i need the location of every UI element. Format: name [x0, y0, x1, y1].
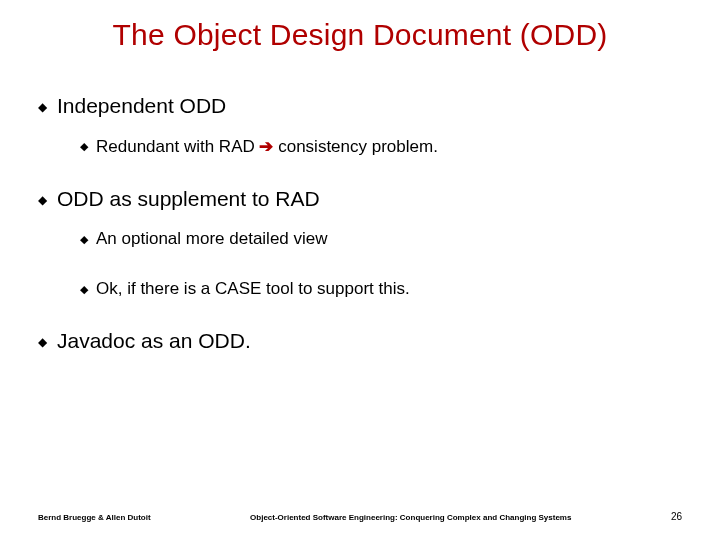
- bullet-list: ◆ Independent ODD ◆ Redundant with RAD ➔…: [38, 94, 682, 353]
- list-item: ◆ Independent ODD: [38, 94, 682, 118]
- diamond-icon: ◆: [38, 335, 47, 349]
- slide-title: The Object Design Document (ODD): [38, 18, 682, 52]
- text-fragment: consistency problem.: [273, 137, 437, 156]
- bullet-text: Independent ODD: [57, 94, 226, 118]
- slide: The Object Design Document (ODD) ◆ Indep…: [0, 0, 720, 540]
- list-item: ◆ Redundant with RAD ➔ consistency probl…: [80, 136, 682, 157]
- diamond-icon: ◆: [38, 100, 47, 114]
- subbullet-icon: ◆: [80, 233, 88, 246]
- footer: Bernd Bruegge & Allen Dutoit Object-Orie…: [0, 511, 720, 522]
- list-item: ◆ Javadoc as an ODD.: [38, 329, 682, 353]
- list-item: ◆ Ok, if there is a CASE tool to support…: [80, 279, 682, 299]
- page-number: 26: [671, 511, 682, 522]
- bullet-text: ODD as supplement to RAD: [57, 187, 320, 211]
- list-item: ◆ ODD as supplement to RAD: [38, 187, 682, 211]
- text-fragment: Redundant with RAD: [96, 137, 259, 156]
- bullet-text: Javadoc as an ODD.: [57, 329, 251, 353]
- diamond-icon: ◆: [38, 193, 47, 207]
- subbullet-text: Redundant with RAD ➔ consistency problem…: [96, 136, 438, 157]
- footer-title: Object-Oriented Software Engineering: Co…: [151, 513, 671, 522]
- footer-authors: Bernd Bruegge & Allen Dutoit: [38, 513, 151, 522]
- subbullet-text: An optional more detailed view: [96, 229, 328, 249]
- list-item: ◆ An optional more detailed view: [80, 229, 682, 249]
- subbullet-text: Ok, if there is a CASE tool to support t…: [96, 279, 410, 299]
- arrow-icon: ➔: [259, 137, 273, 156]
- subbullet-icon: ◆: [80, 283, 88, 296]
- subbullet-icon: ◆: [80, 140, 88, 153]
